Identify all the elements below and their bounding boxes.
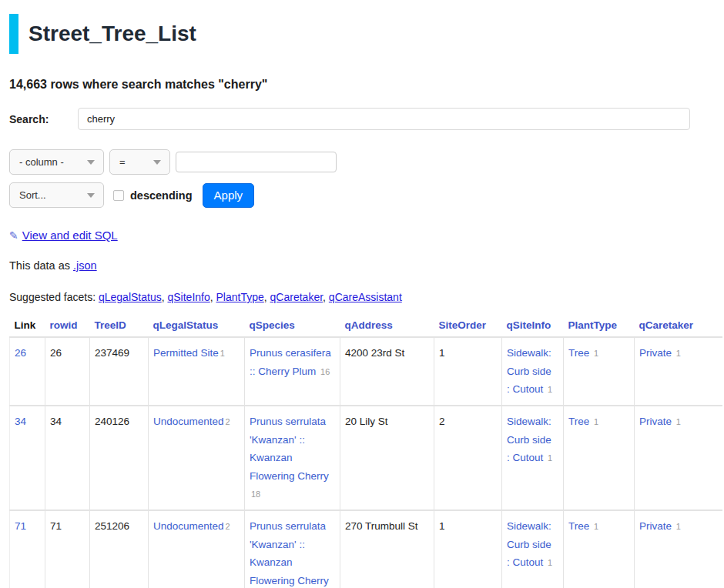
qsiteinfo-facet-link[interactable]: Sidewalk: Curb side : Cutout — [507, 347, 551, 395]
facet-count: 16 — [320, 367, 330, 376]
facet-link-qsiteinfo[interactable]: qSiteInfo — [167, 291, 209, 303]
facet-count: 1 — [220, 349, 225, 358]
planttype-cell: Tree 1 — [564, 510, 635, 588]
descending-checkbox[interactable] — [113, 190, 124, 201]
results-table: Link rowid TreeID qLegalStatus qSpecies … — [9, 315, 722, 588]
qspecies-facet-link[interactable]: Prunus cerasifera :: Cherry Plum — [250, 347, 331, 377]
qcaretaker-facet-link[interactable]: Private — [639, 520, 672, 532]
qspecies-cell: Prunus cerasifera :: Cherry Plum 16 — [245, 337, 340, 406]
sort-by-qsiteinfo-link[interactable]: qSiteInfo — [507, 319, 551, 331]
qsiteinfo-cell: Sidewalk: Curb side : Cutout 1 — [502, 337, 564, 406]
planttype-facet-link[interactable]: Tree — [568, 520, 589, 532]
operator-select-value: = — [119, 156, 126, 168]
planttype-facet-link[interactable]: Tree — [568, 347, 589, 359]
column-select[interactable]: - column - — [9, 149, 104, 175]
planttype-cell: Tree 1 — [564, 406, 635, 510]
facet-count: 2 — [226, 522, 230, 531]
sort-by-qaddress-link[interactable]: qAddress — [345, 319, 393, 331]
facet-count: 1 — [676, 417, 681, 426]
facet-count: 1 — [676, 522, 681, 531]
table-header-qsiteinfo: qSiteInfo — [502, 315, 564, 337]
facet-count: 1 — [594, 349, 598, 358]
row-detail-link[interactable]: 34 — [15, 416, 26, 427]
facet-link-qcaretaker[interactable]: qCaretaker — [270, 291, 323, 303]
qlegalstatus-cell: Permitted Site1 — [149, 337, 245, 406]
qsiteinfo-cell: Sidewalk: Curb side : Cutout 1 — [502, 406, 564, 510]
qspecies-facet-link[interactable]: Prunus serrulata 'Kwanzan' :: Kwanzan Fl… — [250, 520, 329, 586]
qsiteinfo-facet-link[interactable]: Sidewalk: Curb side : Cutout — [507, 520, 551, 568]
rowid-cell: 71 — [45, 510, 90, 588]
filter-row: - column - = — [9, 149, 713, 175]
table-header-siteorder: SiteOrder — [434, 315, 502, 337]
table-header-treeid: TreeID — [90, 315, 149, 337]
table-header-link: Link — [10, 315, 45, 337]
page: Street_Tree_List 14,663 rows where searc… — [0, 14, 724, 588]
sort-row: Sort... descending Apply — [9, 182, 713, 208]
row-detail-link[interactable]: 71 — [15, 520, 26, 532]
treeid-cell: 237469 — [90, 337, 149, 406]
page-header: Street_Tree_List — [9, 14, 713, 54]
suggested-facets-label: Suggested facets: — [9, 291, 99, 303]
operator-select[interactable]: = — [109, 149, 170, 175]
sort-by-planttype-link[interactable]: PlantType — [568, 319, 618, 331]
siteorder-cell: 1 — [434, 510, 502, 588]
row-link-cell: 71 — [10, 510, 45, 588]
row-detail-link[interactable]: 26 — [15, 347, 26, 359]
sql-link-row: ✎View and edit SQL — [9, 229, 713, 242]
table-header-qcaretaker: qCaretaker — [635, 315, 723, 337]
chevron-down-icon — [87, 160, 95, 165]
row-link-cell: 26 — [10, 337, 45, 406]
qaddress-cell: 270 Trumbull St — [340, 510, 434, 588]
qspecies-cell: Prunus serrulata 'Kwanzan' :: Kwanzan Fl… — [245, 406, 340, 510]
sort-by-treeid-link[interactable]: TreeID — [95, 319, 126, 331]
apply-button[interactable]: Apply — [203, 183, 255, 208]
sort-by-siteorder-link[interactable]: SiteOrder — [439, 319, 487, 331]
qsiteinfo-cell: Sidewalk: Curb side : Cutout 1 — [502, 510, 564, 588]
sort-by-qcaretaker-link[interactable]: qCaretaker — [639, 319, 694, 331]
facet-count: 1 — [594, 522, 598, 531]
planttype-facet-link[interactable]: Tree — [568, 416, 589, 427]
export-row: This data as .json — [9, 259, 713, 272]
facet-count: 1 — [548, 385, 552, 394]
qcaretaker-cell: Private 1 — [635, 337, 723, 406]
chevron-down-icon — [87, 193, 95, 198]
qspecies-cell: Prunus serrulata 'Kwanzan' :: Kwanzan Fl… — [245, 510, 340, 588]
siteorder-cell: 2 — [434, 406, 502, 510]
sort-by-qspecies-link[interactable]: qSpecies — [250, 319, 295, 331]
facet-link-qcareassistant[interactable]: qCareAssistant — [329, 291, 402, 303]
qcaretaker-facet-link[interactable]: Private — [639, 416, 672, 427]
json-export-link[interactable]: .json — [73, 259, 97, 272]
facet-count: 1 — [548, 453, 552, 463]
qaddress-cell: 20 Lily St — [340, 406, 434, 510]
search-label: Search: — [9, 113, 78, 125]
sort-select[interactable]: Sort... — [9, 182, 104, 208]
table-row: 34 34 240126 Undocumented2 Prunus serrul… — [10, 406, 723, 510]
facet-link-planttype[interactable]: PlantType — [216, 291, 264, 303]
sort-by-qlegalstatus-link[interactable]: qLegalStatus — [153, 319, 219, 331]
suggested-facets-row: Suggested facets: qLegalStatusqSiteInfoP… — [9, 291, 713, 303]
treeid-cell: 251206 — [90, 510, 149, 588]
table-row: 71 71 251206 Undocumented2 Prunus serrul… — [10, 510, 723, 588]
qlegalstatus-facet-link[interactable]: Permitted Site — [153, 347, 219, 359]
rowid-cell: 34 — [45, 406, 90, 510]
qaddress-cell: 4200 23rd St — [340, 337, 434, 406]
sort-by-rowid-link[interactable]: rowid — [50, 319, 78, 331]
qcaretaker-facet-link[interactable]: Private — [639, 347, 672, 359]
facet-link-qlegalstatus[interactable]: qLegalStatus — [99, 291, 162, 303]
view-edit-sql-link[interactable]: View and edit SQL — [22, 229, 118, 242]
table-header-row: Link rowid TreeID qLegalStatus qSpecies … — [10, 315, 723, 337]
sort-select-value: Sort... — [19, 189, 46, 201]
facet-count: 1 — [676, 349, 681, 358]
pencil-icon: ✎ — [9, 229, 18, 242]
treeid-cell: 240126 — [90, 406, 149, 510]
qspecies-facet-link[interactable]: Prunus serrulata 'Kwanzan' :: Kwanzan Fl… — [250, 416, 329, 482]
filter-value-input[interactable] — [176, 152, 337, 172]
row-link-cell: 34 — [10, 406, 45, 510]
qlegalstatus-facet-link[interactable]: Undocumented — [153, 520, 224, 532]
qlegalstatus-facet-link[interactable]: Undocumented — [153, 416, 224, 427]
title-accent-bar — [9, 14, 18, 54]
table-row: 26 26 237469 Permitted Site1 Prunus cera… — [10, 337, 723, 406]
qsiteinfo-facet-link[interactable]: Sidewalk: Curb side : Cutout — [507, 416, 551, 463]
search-input[interactable] — [78, 108, 690, 130]
facet-count: 1 — [594, 417, 598, 426]
